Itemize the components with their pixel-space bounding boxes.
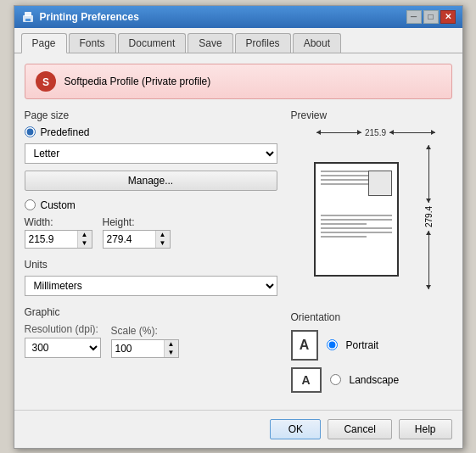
title-bar-controls: ─ □ ✕ xyxy=(406,10,456,24)
tab-about[interactable]: About xyxy=(293,33,341,53)
landscape-icon: A xyxy=(291,367,322,393)
manage-button[interactable]: Manage... xyxy=(25,171,277,191)
scale-spinner: 100 ▲ ▼ xyxy=(111,339,179,358)
printer-icon xyxy=(21,10,35,24)
custom-label[interactable]: Custom xyxy=(41,199,76,211)
softpedia-icon: S xyxy=(37,73,54,90)
paper-size-select[interactable]: Letter A4 A3 Legal xyxy=(25,143,277,164)
window-title: Printing Preferences xyxy=(40,11,139,23)
content-area: S Softpedia Profile (Private profile) Pa… xyxy=(14,53,462,410)
svg-rect-2 xyxy=(25,19,31,21)
width-label: Width: xyxy=(25,216,92,228)
title-bar-left: Printing Preferences xyxy=(21,10,139,24)
preview-section: Preview 215.9 xyxy=(291,109,452,298)
svg-rect-1 xyxy=(25,12,31,16)
resolution-label: Resolution (dpi): xyxy=(25,323,101,335)
width-spinner: 215.9 ▲ ▼ xyxy=(25,230,92,249)
maximize-button[interactable]: □ xyxy=(423,10,439,24)
predefined-radio[interactable] xyxy=(25,126,36,137)
width-down-button[interactable]: ▼ xyxy=(78,239,92,248)
units-section: Units Millimeters Inches Points xyxy=(25,259,277,296)
scale-up-button[interactable]: ▲ xyxy=(165,340,178,349)
height-down-button[interactable]: ▼ xyxy=(156,239,170,248)
horiz-arrow xyxy=(316,132,361,133)
orientation-label: Orientation xyxy=(291,311,452,323)
graphic-label: Graphic xyxy=(25,306,277,318)
units-select[interactable]: Millimeters Inches Points xyxy=(25,276,277,296)
vert-arrow xyxy=(428,145,429,203)
portrait-radio[interactable] xyxy=(327,339,338,350)
tab-fonts[interactable]: Fonts xyxy=(69,33,116,53)
page-line-5 xyxy=(321,215,392,216)
width-input[interactable]: 215.9 xyxy=(25,232,77,247)
page-line-7 xyxy=(321,223,367,225)
custom-dimensions-row: Width: 215.9 ▲ ▼ Height: 279.4 xyxy=(25,216,277,249)
height-spinner: 279.4 ▲ ▼ xyxy=(103,230,171,249)
page-line-10 xyxy=(321,236,367,238)
right-column: Preview 215.9 xyxy=(291,109,452,400)
units-label: Units xyxy=(25,259,277,271)
cancel-button[interactable]: Cancel xyxy=(328,419,391,439)
preview-dim-right: 279.4 xyxy=(424,145,434,289)
page-line-6 xyxy=(321,219,392,221)
tabs-bar: Page Fonts Document Save Profiles About xyxy=(14,28,462,53)
height-spinner-btns: ▲ ▼ xyxy=(155,231,170,248)
profile-name: Softpedia Profile (Private profile) xyxy=(64,76,211,87)
paper-size-dropdown-row: Letter A4 A3 Legal xyxy=(25,143,277,164)
landscape-radio[interactable] xyxy=(330,374,341,385)
portrait-icon: A xyxy=(291,330,318,361)
minimize-button[interactable]: ─ xyxy=(406,10,422,24)
preview-dim-top: 215.9 xyxy=(316,128,435,137)
graphic-inner: Resolution (dpi): 300 600 1200 150 Scale… xyxy=(25,323,277,358)
width-up-button[interactable]: ▲ xyxy=(78,231,92,239)
printing-preferences-window: Printing Preferences ─ □ ✕ Page Fonts Do… xyxy=(14,5,463,449)
page-preview-box xyxy=(314,162,399,277)
page-line-8 xyxy=(321,227,392,229)
height-input[interactable]: 279.4 xyxy=(104,232,155,247)
tab-save[interactable]: Save xyxy=(188,33,232,53)
graphic-section: Graphic Resolution (dpi): 300 600 1200 1… xyxy=(25,306,277,358)
vert-arrow-2 xyxy=(428,231,429,288)
help-button[interactable]: Help xyxy=(399,419,452,439)
title-bar: Printing Preferences ─ □ ✕ xyxy=(14,6,462,28)
landscape-row: A Landscape xyxy=(291,367,452,393)
custom-radio[interactable] xyxy=(25,199,36,210)
scale-spinner-btns: ▲ ▼ xyxy=(164,340,178,357)
tab-document[interactable]: Document xyxy=(118,33,187,53)
preview-label: Preview xyxy=(291,109,452,121)
profile-icon: S xyxy=(36,71,56,92)
profile-banner: S Softpedia Profile (Private profile) xyxy=(25,64,452,99)
dim-width-label: 215.9 xyxy=(361,128,389,137)
svg-text:S: S xyxy=(42,76,48,88)
predefined-label[interactable]: Predefined xyxy=(41,126,90,138)
preview-area: 215.9 xyxy=(291,128,435,298)
page-image-placeholder xyxy=(368,171,392,196)
resolution-select[interactable]: 300 600 1200 150 xyxy=(25,338,101,358)
resolution-group: Resolution (dpi): 300 600 1200 150 xyxy=(25,323,101,358)
landscape-label[interactable]: Landscape xyxy=(350,374,400,386)
scale-label: Scale (%): xyxy=(111,325,179,337)
scale-down-button[interactable]: ▼ xyxy=(165,349,178,357)
main-columns: Page size Predefined Letter A4 A3 Legal … xyxy=(25,109,452,400)
page-size-label: Page size xyxy=(25,109,277,121)
orientation-section: Orientation A Portrait A Landscape xyxy=(291,311,452,393)
page-line-9 xyxy=(321,232,392,233)
scale-input[interactable]: 100 xyxy=(112,341,164,356)
height-label: Height: xyxy=(103,216,171,228)
height-up-button[interactable]: ▲ xyxy=(156,231,170,239)
horiz-arrow-2 xyxy=(389,132,434,133)
portrait-label[interactable]: Portrait xyxy=(346,339,379,351)
footer: OK Cancel Help xyxy=(14,410,462,448)
custom-row: Custom xyxy=(25,199,277,211)
scale-group: Scale (%): 100 ▲ ▼ xyxy=(111,325,179,358)
height-group: Height: 279.4 ▲ ▼ xyxy=(103,216,171,249)
predefined-row: Predefined xyxy=(25,126,277,138)
tab-page[interactable]: Page xyxy=(21,33,67,53)
portrait-row: A Portrait xyxy=(291,330,452,361)
dim-height-label: 279.4 xyxy=(424,203,434,231)
left-column: Page size Predefined Letter A4 A3 Legal … xyxy=(25,109,277,400)
close-button[interactable]: ✕ xyxy=(440,10,456,24)
ok-button[interactable]: OK xyxy=(270,419,321,439)
tab-profiles[interactable]: Profiles xyxy=(235,33,291,53)
width-group: Width: 215.9 ▲ ▼ xyxy=(25,216,92,249)
